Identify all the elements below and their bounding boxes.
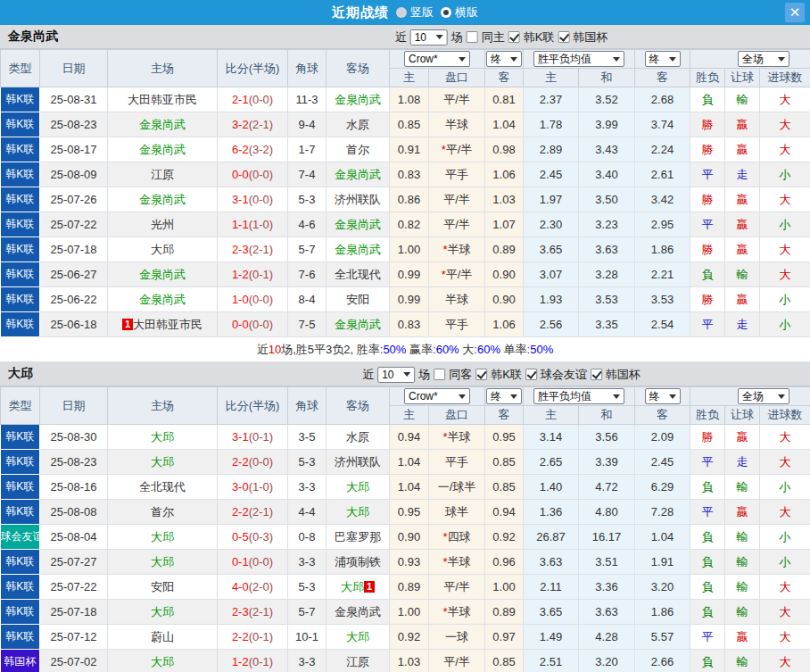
result-goals: 大 xyxy=(760,262,810,287)
odds-away: 0.92 xyxy=(485,525,524,550)
result-handicap: 輸 xyxy=(725,600,760,625)
away-team: 浦项制铁 xyxy=(326,550,390,575)
avg-lose: 2.66 xyxy=(635,650,690,672)
result-wdl: 負 xyxy=(690,550,725,575)
final2-select-value: 终 xyxy=(649,52,660,67)
odds-home: 0.99 xyxy=(390,287,429,312)
handicap: 平手 xyxy=(429,162,485,187)
summary-segment: 50% xyxy=(530,343,553,356)
halftime-score: (0-0) xyxy=(249,193,273,206)
avg-draw: 3.23 xyxy=(579,212,635,237)
league-checkbox[interactable] xyxy=(591,369,602,380)
home-team: 安阳 xyxy=(108,575,218,600)
match-row: 韩K联25-08-16全北现代3-0(1-0)3-3大邱1.04一/球半0.85… xyxy=(1,475,810,500)
sub-col-header: 和 xyxy=(579,406,635,425)
away-team: 大邱1 xyxy=(326,575,390,600)
league-checkbox[interactable] xyxy=(558,31,569,43)
odds-away: 1.06 xyxy=(485,312,524,337)
fulltime-score: 3-2 xyxy=(232,118,249,131)
result-handicap: 輸 xyxy=(725,525,760,550)
corners: 7-4 xyxy=(288,162,326,187)
avg-lose: 3.42 xyxy=(635,187,690,212)
avg-draw: 3.51 xyxy=(579,550,635,575)
final-select[interactable]: 终 xyxy=(486,388,522,404)
chevron-down-icon xyxy=(459,394,466,399)
fulltime-select[interactable]: 全场 xyxy=(738,388,789,404)
final2-select-cell: 终 xyxy=(635,387,690,406)
match-date: 25-07-27 xyxy=(40,550,108,575)
unit-label: 场 xyxy=(451,29,463,46)
corners: 5-7 xyxy=(288,237,326,262)
odds-home: 1.00 xyxy=(390,600,429,625)
match-row: 韩K联25-08-17金泉尚武6-2(3-2)1-7首尔0.91*平/半0.98… xyxy=(1,137,810,162)
odds-away: 1.03 xyxy=(485,187,524,212)
match-date: 25-07-26 xyxy=(40,187,108,212)
same-venue-checkbox[interactable] xyxy=(434,369,445,380)
fulltime-score: 2-3 xyxy=(232,243,249,256)
match-row: 韩K联25-06-22金泉尚武1-0(0-0)8-4安阳0.99半球0.901.… xyxy=(1,287,810,312)
league-checkbox[interactable] xyxy=(475,369,487,380)
odds-home: 0.83 xyxy=(390,162,429,187)
away-team: 巴塞罗那 xyxy=(326,525,390,550)
fulltime-score: 3-1 xyxy=(232,430,249,444)
match-row: 韩K联25-07-18大邱2-3(2-1)5-7金泉尚武1.00*半球0.893… xyxy=(1,600,810,625)
radio-unselected-icon[interactable] xyxy=(396,7,407,18)
league-checkbox[interactable] xyxy=(525,369,537,380)
radio-vertical-label: 竖版 xyxy=(410,4,434,21)
odds-home: 0.99 xyxy=(390,262,429,287)
result-wdl: 勝 xyxy=(690,187,725,212)
result-handicap: 輸 xyxy=(725,87,760,112)
halftime-score: (2-1) xyxy=(249,243,273,256)
result-goals: 小 xyxy=(760,287,810,312)
result-wdl: 負 xyxy=(690,650,725,672)
avg-select[interactable]: 胜平负均值 xyxy=(533,51,624,67)
halftime-score: (0-0) xyxy=(249,455,273,469)
result-goals: 大 xyxy=(760,87,810,112)
odds-home: 0.93 xyxy=(390,550,429,575)
close-icon[interactable]: ✕ xyxy=(785,3,805,22)
near-label: 近 xyxy=(395,29,407,46)
fulltime-score: 1-2 xyxy=(232,268,249,281)
final2-select[interactable]: 终 xyxy=(645,388,681,404)
fulltime-score: 0-5 xyxy=(232,530,249,543)
halftime-score: (1-0) xyxy=(249,480,273,494)
avg-select[interactable]: 胜平负均值 xyxy=(533,388,624,404)
radio-selected-icon[interactable] xyxy=(441,7,451,18)
result-wdl: 勝 xyxy=(690,137,725,162)
summary-segment: 场,胜5平3负2, 胜率: xyxy=(281,342,383,358)
avg-select-value: 胜平负均值 xyxy=(538,389,591,404)
sections-root: 金泉尚武近10场同主韩K联韩国杯类型日期主场比分(半场)角球客场Crow*终胜平… xyxy=(0,25,810,672)
match-count-select[interactable]: 10 xyxy=(377,367,415,383)
away-team: 济州联队 xyxy=(326,450,390,475)
final2-select[interactable]: 终 xyxy=(645,51,681,67)
result-goals: 小 xyxy=(760,475,810,500)
match-count-select[interactable]: 10 xyxy=(410,29,448,46)
fulltime-score: 2-3 xyxy=(232,605,249,618)
radio-horizontal-layout[interactable]: 横版 xyxy=(441,4,478,21)
filter-controls: 近10场同主韩K联韩国杯 xyxy=(395,25,608,49)
same-venue-checkbox[interactable] xyxy=(467,31,478,43)
fulltime-score: 2-2 xyxy=(232,630,249,643)
final-select[interactable]: 终 xyxy=(486,51,522,67)
match-count-select-value: 10 xyxy=(382,369,393,381)
league-badge: 韩K联 xyxy=(1,187,40,212)
home-team: 江原 xyxy=(108,162,218,187)
corners: 5-3 xyxy=(288,187,326,212)
result-goals: 大 xyxy=(760,575,810,600)
fulltime-score: 1-1 xyxy=(232,218,249,231)
league-badge: 韩K联 xyxy=(1,575,40,600)
avg-draw: 3.63 xyxy=(579,237,635,262)
fulltime-select[interactable]: 全场 xyxy=(738,51,789,67)
home-team: 金泉尚武 xyxy=(108,187,218,212)
filter-controls: 近10场同客韩K联球会友谊韩国杯 xyxy=(362,362,641,386)
league-badge: 韩K联 xyxy=(1,112,40,137)
radio-vertical-layout[interactable]: 竖版 xyxy=(396,4,434,21)
corners: 7-5 xyxy=(288,312,326,337)
league-checkbox[interactable] xyxy=(508,31,520,43)
avg-draw: 4.80 xyxy=(579,500,635,525)
crow-select[interactable]: Crow* xyxy=(404,51,470,67)
avg-lose: 6.29 xyxy=(635,475,690,500)
away-team: 大邱 xyxy=(326,475,390,500)
crow-select[interactable]: Crow* xyxy=(404,388,470,404)
match-date: 25-08-04 xyxy=(40,525,108,550)
